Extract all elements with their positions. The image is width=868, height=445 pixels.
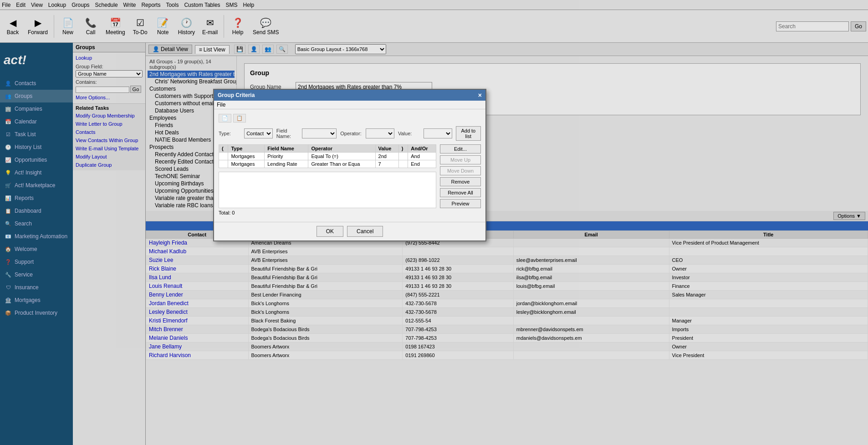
lookup-link[interactable]: Lookup [76,54,143,62]
dialog-menu-file[interactable]: File [217,102,225,108]
contact-link[interactable]: Jordan Benedict [149,300,189,307]
search-go-button[interactable]: Go [851,21,866,31]
nav-item-product-inventory[interactable]: 📦 Product Inventory [0,307,73,319]
nav-item-act-insight[interactable]: 💡 Act! Insight [0,166,73,179]
nav-item-marketing[interactable]: 📧 Marketing Automation [0,230,73,243]
contact-link[interactable]: Michael Kadlub [149,248,186,255]
more-options-link[interactable]: More Options... [76,95,143,100]
move-up-button[interactable]: Move Up [440,155,481,164]
menu-edit[interactable]: Edit [16,2,26,8]
duplicate-group-link[interactable]: Duplicate Group [76,161,143,169]
contact-link[interactable]: Louis Renault [149,283,182,289]
contains-input[interactable] [76,87,129,93]
call-button[interactable]: 📞 Call [80,15,102,38]
add-to-list-button[interactable]: Add to list [456,126,481,141]
preview-button[interactable]: Preview [440,199,481,208]
nav-item-mortgages[interactable]: 🏦 Mortgages [0,294,73,307]
write-email-link[interactable]: Write E-mail Using Template [76,144,143,153]
dialog-close-button[interactable]: × [478,92,482,99]
nav-item-welcome[interactable]: 🏠 Welcome [0,243,73,256]
menu-file[interactable]: File [2,2,10,8]
search-input[interactable] [776,21,849,31]
menu-help[interactable]: Help [243,2,255,8]
menu-custom-tables[interactable]: Custom Tables [184,2,220,8]
edit-button[interactable]: Edit... [440,144,481,153]
email-button[interactable]: ✉ E-mail [199,15,221,38]
forward-button[interactable]: ▶ Forward [25,15,51,38]
criteria-row[interactable]: Mortgages Lending Rate Greater Than or E… [219,160,436,168]
ok-button[interactable]: OK [317,226,343,237]
menu-lookup[interactable]: Lookup [48,2,66,8]
history-button[interactable]: 🕐 History [175,15,198,38]
modify-layout-link[interactable]: Modify Layout [76,153,143,161]
nav-item-dashboard[interactable]: 📋 Dashboard [0,205,73,217]
cancel-button[interactable]: Cancel [347,226,383,237]
view-icon-3[interactable]: 👥 [262,45,274,54]
nav-item-search[interactable]: 🔍 Search [0,217,73,230]
back-button[interactable]: ◀ Back [2,15,24,38]
criteria-row[interactable]: Mortgages Priority Equal To (=) 2nd And [219,153,436,160]
nav-item-opportunities[interactable]: 📈 Opportunities [0,153,73,166]
menu-view[interactable]: View [31,2,43,8]
menu-reports[interactable]: Reports [141,2,160,8]
operator-select[interactable] [366,128,394,138]
contact-link[interactable]: Melanie Daniels [149,335,188,341]
write-letter-link[interactable]: Write Letter to Group Contacts [76,120,143,136]
go-button[interactable]: Go [130,86,142,93]
nav-item-history-list[interactable]: 🕐 History List [0,141,73,153]
menu-groups[interactable]: Groups [71,2,89,8]
nav-item-insurance[interactable]: 🛡 Insurance [0,281,73,294]
group-field-select[interactable]: Group Name [76,70,143,77]
contact-link[interactable]: Kristi Elmendorf [149,317,188,324]
nav-item-calendar[interactable]: 📅 Calendar [0,115,73,128]
nav-item-companies[interactable]: 🏢 Companies [0,102,73,115]
remove-button[interactable]: Remove [440,177,481,186]
contact-link[interactable]: Richard Harvison [149,352,191,358]
detail-view-button[interactable]: 👤 Detail View [148,45,192,54]
notes-area[interactable] [219,172,436,208]
group-item-1[interactable]: Chris' Networking Breakfast Group [148,78,235,85]
nav-item-support[interactable]: ❓ Support [0,256,73,268]
contact-link[interactable]: Lesley Benedict [149,309,188,315]
help-button[interactable]: ❓ Help [227,15,249,38]
contact-link[interactable]: Hayleigh Frieda [149,240,187,246]
new-button[interactable]: 📄 New [57,15,79,38]
contact-link[interactable]: Suzie Lee [149,257,173,263]
nav-item-service[interactable]: 🔧 Service [0,268,73,281]
view-contacts-link[interactable]: View Contacts Within Group [76,136,143,144]
menu-write[interactable]: Write [123,2,136,8]
contact-link[interactable]: Benny Lender [149,292,183,298]
dialog-tool-btn-2[interactable]: 📋 [233,114,246,123]
view-icon-4[interactable]: 🔍 [276,45,288,54]
menu-schedule[interactable]: Schedule [95,2,118,8]
group-item-0[interactable]: 2nd Mortgages with Rates greater than 7% [148,71,235,78]
note-button[interactable]: 📝 Note [152,15,174,38]
view-icon-2[interactable]: 👤 [248,45,260,54]
dialog-tool-btn-1[interactable]: 📄 [219,114,231,123]
todo-button[interactable]: ☑ To-Do [129,15,151,38]
move-down-button[interactable]: Move Down [440,166,481,175]
list-view-button[interactable]: ≡ List View [195,45,230,54]
remove-all-button[interactable]: Remove All [440,188,481,197]
meeting-button[interactable]: 📅 Meeting [102,15,128,38]
menu-sms[interactable]: SMS [226,2,238,8]
contact-link[interactable]: Ilsa Lund [149,274,171,281]
contact-link[interactable]: Rick Blaine [149,266,176,272]
view-icon-1[interactable]: 💾 [234,45,245,54]
nav-item-task-list[interactable]: ☑ Task List [0,128,73,141]
nav-item-groups[interactable]: 👥 Groups [0,90,73,102]
nav-item-reports[interactable]: 📊 Reports [0,192,73,205]
menu-tools[interactable]: Tools [166,2,179,8]
contact-link[interactable]: Mitch Brenner [149,326,183,332]
contact-cell: Michael Kadlub [146,247,249,256]
contact-link[interactable]: Jane Bellamy [149,343,182,350]
type-select[interactable]: Contact [244,128,273,138]
options-button[interactable]: Options ▼ [833,212,865,220]
value-select[interactable] [424,128,452,138]
send-sms-button[interactable]: 💬 Send SMS [250,15,282,38]
layout-select[interactable]: Basic Group Layout - 1366x768 [295,44,386,54]
nav-item-contacts[interactable]: 👤 Contacts [0,77,73,90]
modify-group-membership-link[interactable]: Modify Group Membership [76,112,143,120]
nav-item-marketplace[interactable]: 🛒 Act! Marketplace [0,179,73,192]
field-name-select[interactable] [302,128,337,138]
